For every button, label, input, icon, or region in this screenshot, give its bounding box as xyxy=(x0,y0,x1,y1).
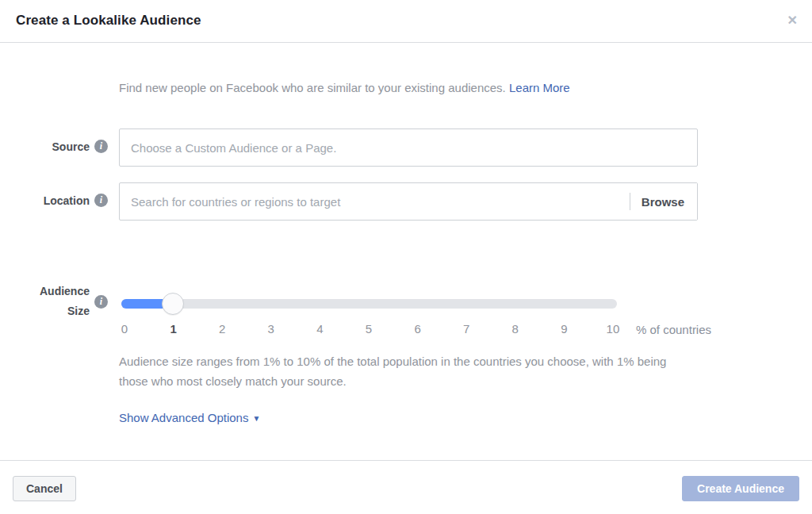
caret-down-icon: ▼ xyxy=(252,412,260,423)
show-advanced-options-link[interactable]: Show Advanced Options ▼ xyxy=(119,411,260,424)
audience-size-label-line2: Size xyxy=(67,305,90,317)
audience-size-label-line1: Audience xyxy=(40,285,90,297)
tick-label-9: 9 xyxy=(554,322,573,336)
tick-label-2: 2 xyxy=(213,322,232,336)
source-label-group: Source i xyxy=(0,140,108,153)
location-input-wrap: Browse xyxy=(119,182,698,221)
location-info-icon[interactable]: i xyxy=(94,194,108,207)
slider-tick-labels: 0 1 2 3 4 5 6 7 8 9 10 xyxy=(115,322,622,336)
create-lookalike-audience-dialog: Create a Lookalike Audience ✕ Find new p… xyxy=(0,0,812,514)
source-info-icon[interactable]: i xyxy=(94,140,108,153)
dialog-header: Create a Lookalike Audience ✕ xyxy=(0,0,812,43)
create-audience-button[interactable]: Create Audience xyxy=(682,476,799,501)
tick-label-8: 8 xyxy=(506,322,525,336)
browse-divider xyxy=(630,193,630,210)
slider-unit-label: % of countries xyxy=(636,323,711,336)
audience-size-slider[interactable] xyxy=(121,299,617,309)
tick-label-5: 5 xyxy=(359,322,378,336)
audience-size-info-icon[interactable]: i xyxy=(94,295,108,309)
tick-label-4: 4 xyxy=(310,322,329,336)
tick-label-10: 10 xyxy=(603,322,622,336)
source-input[interactable] xyxy=(119,128,698,167)
audience-size-label: Audience Size xyxy=(40,282,90,321)
location-label-group: Location i xyxy=(0,194,108,207)
learn-more-link[interactable]: Learn More xyxy=(509,81,570,94)
intro-text: Find new people on Facebook who are simi… xyxy=(119,81,570,94)
tick-label-1: 1 xyxy=(164,322,183,336)
show-advanced-options-label: Show Advanced Options xyxy=(119,411,248,424)
tick-label-6: 6 xyxy=(408,322,427,336)
source-label: Source xyxy=(52,140,90,153)
source-input-wrap xyxy=(119,128,698,167)
browse-button-label: Browse xyxy=(642,195,684,209)
tick-label-7: 7 xyxy=(457,322,476,336)
close-icon[interactable]: ✕ xyxy=(787,13,798,29)
cancel-button[interactable]: Cancel xyxy=(13,476,76,501)
audience-size-description: Audience size ranges from 1% to 10% of t… xyxy=(119,351,679,391)
browse-button[interactable]: Browse xyxy=(630,183,697,220)
audience-size-label-group: Audience Size i xyxy=(0,282,108,321)
dialog-footer: Cancel Create Audience xyxy=(0,460,812,514)
location-search-input[interactable] xyxy=(119,182,698,221)
tick-label-0: 0 xyxy=(115,322,134,336)
location-label: Location xyxy=(44,194,90,207)
tick-label-3: 3 xyxy=(262,322,281,336)
dialog-title: Create a Lookalike Audience xyxy=(16,13,201,29)
slider-handle[interactable] xyxy=(162,293,184,315)
intro-text-main: Find new people on Facebook who are simi… xyxy=(119,81,506,94)
